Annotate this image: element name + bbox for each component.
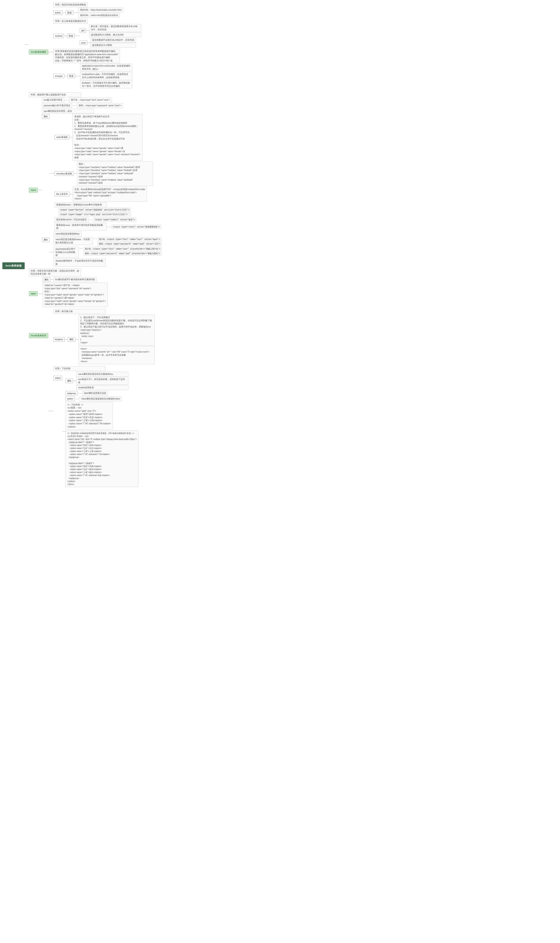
action-row: 作用：指定向何处发送表单数据: [53, 2, 89, 7]
button-note: 普通按钮button：需要绑定onclick事件才能使用: [54, 202, 106, 207]
enctype-val2-row: multipart/form-data：不对字符编码，在使用包含文件上传控件的表…: [80, 72, 132, 80]
method-values: get 默认值，明文提交，提交的数据直接显示在url地址中，安全性低 提交数据有…: [80, 24, 141, 48]
input-attrs-children: name指定提交数据的key value指定提交数据的value，可设置输入框的…: [54, 231, 162, 267]
enctype-values: application/x-www-form-urlencoded：在发送前编码…: [80, 63, 132, 89]
label-example-box: <label for="uname">用户名：</label> <input t…: [43, 283, 108, 307]
action-desc: 作用：指定向何处发送表单数据: [53, 2, 88, 7]
reset-row: 重置按钮reset：把表单中填写的所有数据清除删除 —— <input type…: [54, 223, 161, 231]
button-row: 普通按钮button：需要绑定onclick事件才能使用 <input type…: [54, 202, 161, 216]
label-node-label: label: [29, 291, 37, 296]
post-label: post: [80, 40, 87, 45]
button-examples: <input type="button" value="我是按钮" onclic…: [54, 208, 131, 216]
input-text-row: text输入时显示明文 —— 用户名：<input type="text" na…: [42, 98, 162, 102]
action-node-row: action 取值 绝对URL：https://www.baidu.com/a/…: [53, 8, 123, 18]
iattr-value-desc: value指定提交数据的value，可设置输入框的默认认值: [54, 237, 93, 245]
c-la1: [50, 279, 54, 280]
get-label: get: [80, 28, 86, 33]
input-type-row: type属性指定控件类型，值为 属性 radio单选框: [42, 109, 162, 231]
c-op1: ——: [75, 397, 80, 400]
post-descs: 提交的数据不会显示在url地址中，安全性高 提交数据无大小限制: [90, 38, 136, 48]
file-label: file上传文件: [54, 192, 69, 196]
enctype-branch: 作用:用来规定发送到服务器之前应该对所有表单数据进行编码。 默认地，表单数据会被…: [53, 49, 141, 89]
c-iattr1: [49, 252, 54, 252]
option-row: option —— value属性指定值提值给后台数据的value: [66, 396, 138, 401]
input-label: input: [29, 188, 38, 193]
textarea-label: textarea: [53, 337, 65, 342]
type-attr-group: type属性指定控件类型，值为 属性 radio单选框: [42, 109, 161, 231]
form-attrs-children: 作用：指定向何处发送表单数据 action 取值 绝对URL: [53, 2, 141, 89]
textarea-main-row: textarea 属性 1、默认情况下，可以无限换行 2、可以通过cols和ro…: [53, 315, 155, 364]
checkbox-desc-box: 爱好： <input type="checkbox" name="hobbies…: [77, 161, 153, 186]
form-inner-label: form内表单控件: [29, 333, 48, 338]
option-desc: value属性指定值提值给后台数据的value: [80, 396, 122, 401]
label-attrs-children: for属性的值等于被关联的表单元素的ID值: [54, 277, 97, 282]
select-attrs-list: name属性指定提交给后台数据的key size取值大于1，则为滚动列表，否则则…: [76, 372, 128, 390]
select-attrs-label: 属性: [66, 379, 73, 383]
method-label: method: [53, 34, 64, 38]
radio-row: radio单选框 单选框，默认情况下单选框不会互斥 注意： 1、要想完成单选，多…: [54, 114, 161, 160]
enc-val2: multipart/form-data：不对字符编码，在使用包含文件上传控件的表…: [80, 72, 132, 80]
iattr-ph-examples: 用户名：<input type="text" name="user" place…: [83, 247, 162, 256]
enc-val1-group: application/x-www-form-urlencoded：在发送前编码…: [80, 63, 132, 72]
branch-form-attrs: form标签的属性 作用：指定向何处发送表单数据 action: [29, 2, 162, 89]
label-example-row: <label for="uname">用户名：</label> <input t…: [43, 283, 108, 307]
tree-root: form表单标签 form标签的属性 作用：指定向何处发送表单数据: [2, 2, 162, 489]
iattr-name-row: name指定提交数据的key: [54, 231, 162, 236]
post-desc1: 提交的数据不会显示在url地址中，安全性高: [90, 38, 136, 43]
action-label: action: [53, 11, 62, 15]
file-row: file上传文件 注意：form表单的method必须是POST，enctype…: [54, 186, 161, 202]
method-branch: 作用：定义表单提交数据的方式 method 取值 get: [53, 19, 141, 48]
c-text1: ——: [64, 99, 69, 102]
sel-attr1: name属性指定提交给后台数据的key: [76, 372, 128, 377]
post-desc2: 提交数据无大小限制: [90, 43, 136, 48]
checkbox-row: checkbox复选框 爱好： <input type="checkbox" n…: [54, 161, 161, 186]
label-main-row: label 属性 for属性的值等于被关联的表单元素的ID值: [29, 277, 108, 307]
branch-label: 作用：关联文本与表单元素，实现点击文本时，如同点击表单元素一样 label 属性…: [29, 268, 162, 307]
action-val2: 相对URL：/a/b/c.html浏览器会自动补全: [78, 13, 120, 18]
c8: [75, 76, 80, 76]
method-post-row: post 提交的数据不会显示在url地址中，安全性高 提交数据无大小限制: [80, 38, 141, 48]
select-children: 属性 name属性指定提交给后台数据的key size取值大于1，则为滚动列表，…: [66, 372, 138, 487]
c-pwd1: ——: [72, 104, 77, 107]
action-values: 绝对URL：https://www.baidu.com/a/b/c.html 相…: [78, 8, 123, 18]
c-radio1: [69, 137, 72, 137]
checkbox-label: checkbox复选框: [54, 171, 74, 176]
quvalue-2: 取值: [67, 34, 75, 38]
sel-attr2: size取值大于1，则为滚动列表，否则则是下拉列表: [76, 377, 128, 385]
iattr-ph-ex1: 用户名：<input type="text" name="user" place…: [83, 247, 162, 251]
textarea-attrs-children: 1、默认情况下，可以无限换行 2、可以通过cols和rows来指定列数和高度/行…: [78, 315, 155, 364]
input-main-desc: 作用：接收用户输入或提集用户信息: [29, 92, 81, 97]
optgroup-label: optgroup: [66, 391, 77, 396]
radio-label: radio单选框: [54, 135, 69, 140]
textarea-example-desc: <form> <textarea name="userinfo" id="" c…: [78, 346, 155, 364]
input-pwd-desc: password输入时不显示明文: [42, 103, 72, 108]
action-val2-row: 相对URL：/a/b/c.html浏览器会自动补全: [78, 13, 123, 18]
optgroup-desc: label属性设置显示信息: [82, 391, 108, 396]
textarea-main-desc: 作用：多行输入框: [53, 309, 105, 314]
action-group: 作用：指定向何处发送表单数据 action 取值 绝对URL: [53, 2, 123, 18]
select-attrs-row: 属性 name属性指定提交给后台数据的key size取值大于1，则为滚动列表，…: [66, 372, 138, 390]
submit-ex: <input type="submit" value="提交">: [93, 217, 136, 222]
sel-attr3: mutiple设置多选: [76, 385, 128, 390]
main-branches: form标签的属性 作用：指定向何处发送表单数据 action: [29, 2, 162, 489]
action-val1-row: 绝对URL：https://www.baidu.com/a/b/c.html: [78, 8, 123, 12]
select-main-desc: 作用：下拉列表: [53, 366, 105, 371]
action-val1: 绝对URL：https://www.baidu.com/a/b/c.html: [78, 8, 123, 12]
label-children: 属性 for属性的值等于被关联的表单元素的ID值 <label for="una…: [43, 277, 108, 307]
select-ex2-row: <!-- 滚动列表 multiple设置设置可选多选项选，Ctrl+鼠标右键滚进…: [66, 430, 138, 487]
get-desc2: 提交数据有大小限制，最大为2KB: [89, 32, 141, 37]
textarea-branch: 作用：多行输入框 textarea 属性 1、默认情况下，可以无限换行 2、可以…: [53, 309, 155, 364]
type-values: radio单选框 单选框，默认情况下单选框不会互斥 注意： 1、要想完成单选，多…: [54, 114, 161, 231]
input-attrs-row: 属性 name指定提交数据的key value指定提交数据: [42, 231, 162, 267]
label-attrs-label: 属性: [43, 277, 50, 282]
enctype-val3-row: text/plain：只对直接文字行进行编码，如空格转换为"+"加号，但不对特殊…: [80, 80, 132, 89]
root-label: form表单标签: [2, 262, 25, 269]
iattr-value-row: value指定提交数据的value，可设置输入框的默认认值 —— 用户名：<in…: [54, 237, 162, 246]
iattr-val-ex2: 密码：<input type="password" name="pwd" val…: [97, 242, 162, 246]
optgroup-row: optgroup —— label属性设置显示信息: [66, 391, 138, 396]
enctype-main-row: enctype 取值 application/x-www-form-urlenc…: [53, 63, 132, 89]
enc-val3: text/plain：只对直接文字行进行编码，如空格转换为"+"加号，但不对特殊…: [80, 80, 132, 89]
reset-ex: <input type="reset" value="我是重置按钮">: [111, 225, 161, 229]
iattr-val-ex1: 用户名：<input type="text" name="user" value…: [97, 237, 162, 241]
action-branch: 作用：指定向何处发送表单数据 action 取值 绝对URL: [53, 2, 141, 18]
